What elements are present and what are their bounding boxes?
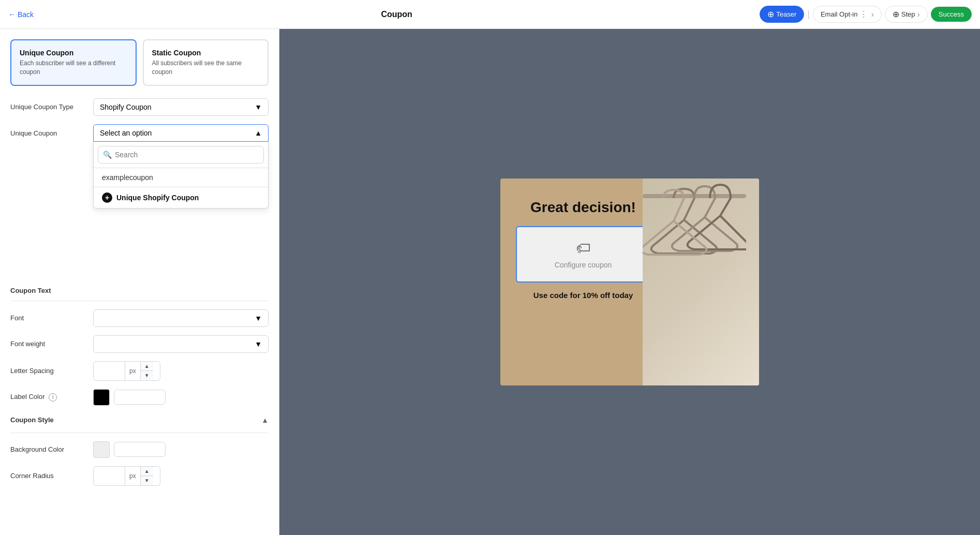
letter-spacing-spinner-buttons: ▲ ▼ bbox=[141, 362, 153, 380]
coupon-text-section-header: Coupon Text bbox=[10, 287, 269, 294]
bg-color-hex-input[interactable]: #EEEEEE bbox=[114, 442, 166, 457]
add-new-plus-icon: + bbox=[102, 192, 112, 203]
plus-icon-teaser: ⊕ bbox=[767, 9, 774, 19]
dropdown-item-example-label: examplecoupon bbox=[102, 173, 153, 182]
label-color-label: Label Color i bbox=[10, 393, 93, 402]
unique-coupon-label: Unique Coupon bbox=[10, 124, 93, 137]
corner-radius-up-button[interactable]: ▲ bbox=[141, 467, 153, 477]
letter-spacing-unit: px bbox=[125, 362, 141, 380]
nav-step-success[interactable]: Success bbox=[931, 7, 972, 22]
dropdown-item-example[interactable]: examplecoupon bbox=[94, 168, 268, 187]
letter-spacing-spinner: 0 px ▲ ▼ bbox=[93, 361, 160, 381]
unique-coupon-select[interactable]: Select an option ▲ bbox=[93, 124, 269, 142]
nav-step-email-label: Email Opt-in bbox=[821, 10, 858, 18]
top-nav: ← Back Coupon ⊕ Teaser | Email Opt-in ⋮ … bbox=[0, 0, 980, 29]
label-color-label-text: Label Color bbox=[10, 393, 45, 400]
coupon-type-row: Unique Coupon Each subscriber will see a… bbox=[10, 39, 269, 86]
right-preview-panel: Great decision! 🏷 Configure coupon Use c… bbox=[279, 29, 980, 535]
coupon-box: 🏷 Configure coupon bbox=[516, 226, 650, 283]
nav-divider-1: | bbox=[807, 9, 810, 20]
nav-arrow-icon-1: › bbox=[871, 10, 873, 19]
font-chevron-icon: ▼ bbox=[255, 314, 262, 322]
font-row: Font ▼ bbox=[10, 309, 269, 327]
unique-coupon-dropdown-menu: 🔍 examplecoupon + Unique Shopify Coupon bbox=[93, 142, 269, 209]
nav-steps: ⊕ Teaser | Email Opt-in ⋮ › ⊕ Step › Suc… bbox=[760, 6, 972, 23]
corner-radius-down-button[interactable]: ▼ bbox=[141, 476, 153, 485]
label-color-row: Label Color i #000000 bbox=[10, 389, 269, 406]
main-layout: Unique Coupon Each subscriber will see a… bbox=[0, 29, 980, 535]
nav-step-success-label: Success bbox=[939, 10, 964, 18]
nav-dots-icon: ⋮ bbox=[859, 9, 869, 19]
page-title: Coupon bbox=[38, 10, 755, 19]
nav-step-teaser-label: Teaser bbox=[776, 10, 796, 18]
corner-radius-spinner: 2 px ▲ ▼ bbox=[93, 466, 160, 486]
unique-coupon-dropdown-container: Select an option ▲ 🔍 examplecoupon + bbox=[93, 124, 269, 142]
unique-coupon-placeholder: Select an option bbox=[100, 129, 152, 137]
bg-color-swatch[interactable] bbox=[93, 441, 110, 458]
font-select-wrapper: ▼ bbox=[93, 309, 269, 327]
letter-spacing-down-button[interactable]: ▼ bbox=[141, 371, 153, 380]
label-color-swatch[interactable] bbox=[93, 389, 110, 406]
bg-color-row: Background Color #EEEEEE bbox=[10, 441, 269, 458]
chevron-up-icon: ▲ bbox=[255, 129, 262, 137]
static-coupon-desc: All subscribers will see the same coupon bbox=[152, 59, 260, 77]
nav-step-step-label: Step bbox=[901, 10, 915, 18]
unique-coupon-desc: Each subscriber will see a different cou… bbox=[20, 59, 127, 77]
font-weight-select[interactable]: ▼ bbox=[93, 335, 269, 353]
dropdown-search-container: 🔍 bbox=[94, 142, 268, 168]
corner-radius-input[interactable]: 2 bbox=[94, 468, 125, 484]
hangers-background bbox=[643, 179, 759, 385]
coupon-style-section-header-row: Coupon Style ▲ bbox=[10, 416, 269, 424]
chevron-down-icon: ▼ bbox=[255, 103, 262, 111]
label-color-info-icon[interactable]: i bbox=[49, 393, 57, 402]
bg-color-input-row: #EEEEEE bbox=[93, 441, 269, 458]
corner-radius-unit: px bbox=[125, 467, 141, 485]
coupon-text-divider bbox=[10, 301, 269, 301]
search-icon: 🔍 bbox=[103, 151, 112, 159]
nav-step-email[interactable]: Email Opt-in ⋮ › bbox=[813, 6, 882, 23]
coupon-type-value: Shopify Coupon bbox=[100, 103, 152, 111]
corner-radius-label: Corner Radius bbox=[10, 472, 93, 480]
plus-icon-step: ⊕ bbox=[893, 9, 899, 19]
dropdown-search-input[interactable] bbox=[98, 146, 264, 164]
nav-step-step[interactable]: ⊕ Step › bbox=[885, 6, 928, 23]
static-coupon-title: Static Coupon bbox=[152, 49, 260, 57]
search-field-wrapper: 🔍 bbox=[98, 146, 264, 164]
unique-coupon-title: Unique Coupon bbox=[20, 49, 127, 57]
coupon-type-row-field: Unique Coupon Type Shopify Coupon ▼ bbox=[10, 98, 269, 116]
font-weight-row: Font weight ▼ bbox=[10, 335, 269, 353]
dropdown-item-add-new-label: Unique Shopify Coupon bbox=[116, 194, 199, 202]
corner-radius-row: Corner Radius 2 px ▲ ▼ bbox=[10, 466, 269, 486]
font-select[interactable]: ▼ bbox=[93, 309, 269, 327]
back-button[interactable]: ← Back bbox=[8, 10, 34, 19]
corner-radius-spinner-buttons: ▲ ▼ bbox=[141, 467, 153, 485]
dropdown-item-add-new[interactable]: + Unique Shopify Coupon bbox=[94, 187, 268, 208]
font-weight-select-wrapper: ▼ bbox=[93, 335, 269, 353]
letter-spacing-up-button[interactable]: ▲ bbox=[141, 362, 153, 371]
coupon-style-collapse-icon[interactable]: ▲ bbox=[261, 416, 269, 424]
corner-radius-control: 2 px ▲ ▼ bbox=[93, 466, 269, 486]
font-label: Font bbox=[10, 314, 93, 322]
bg-color-label: Background Color bbox=[10, 445, 93, 453]
static-coupon-card[interactable]: Static Coupon All subscribers will see t… bbox=[143, 39, 269, 86]
letter-spacing-input[interactable]: 0 bbox=[94, 363, 125, 379]
coupon-type-select[interactable]: Shopify Coupon ▼ bbox=[93, 98, 269, 116]
coupon-type-select-wrapper: Shopify Coupon ▼ bbox=[93, 98, 269, 116]
font-weight-chevron-icon: ▼ bbox=[255, 340, 262, 348]
coupon-style-divider bbox=[10, 433, 269, 433]
configure-coupon-text: Configure coupon bbox=[555, 261, 612, 269]
letter-spacing-row: Letter Spacing 0 px ▲ ▼ bbox=[10, 361, 269, 381]
coupon-style-header: Coupon Style bbox=[10, 416, 54, 424]
nav-step-teaser[interactable]: ⊕ Teaser bbox=[760, 6, 804, 23]
back-label: Back bbox=[18, 10, 34, 19]
use-code-text: Use code for 10% off today bbox=[516, 291, 650, 300]
label-color-input-row: #000000 bbox=[93, 389, 269, 406]
hangers-svg bbox=[643, 179, 746, 385]
nav-arrow-icon-2: › bbox=[917, 10, 920, 19]
preview-title: Great decision! bbox=[516, 199, 650, 216]
unique-coupon-row: Unique Coupon Select an option ▲ 🔍 examp… bbox=[10, 124, 269, 142]
coupon-type-label: Unique Coupon Type bbox=[10, 103, 93, 111]
unique-coupon-card[interactable]: Unique Coupon Each subscriber will see a… bbox=[10, 39, 137, 86]
label-color-hex-input[interactable]: #000000 bbox=[114, 390, 166, 405]
bg-color-control: #EEEEEE bbox=[93, 441, 269, 458]
